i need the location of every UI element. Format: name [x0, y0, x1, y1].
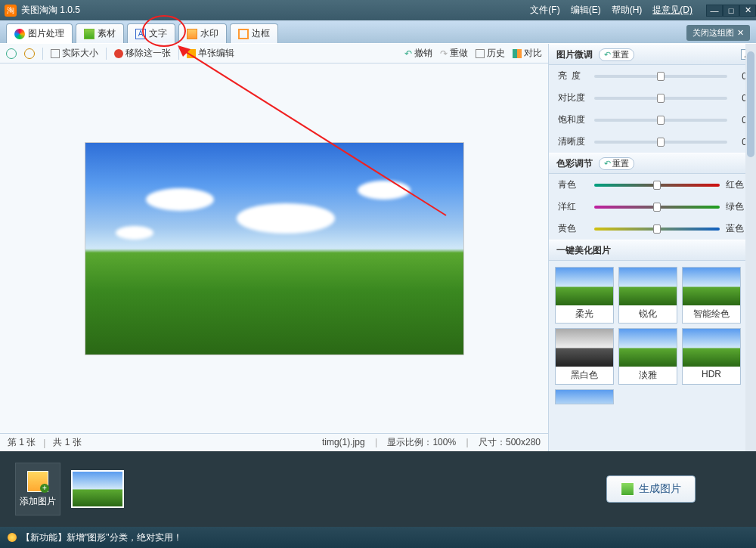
edit-icon	[187, 49, 196, 58]
tab-text[interactable]: A 文字	[127, 23, 175, 43]
tab-material[interactable]: 素材	[76, 23, 124, 43]
zoom-in-icon	[6, 48, 17, 59]
slider-track[interactable]	[594, 119, 727, 122]
slider-thumb[interactable]	[653, 203, 661, 212]
palette-icon	[14, 29, 25, 39]
color-left-label: 洋红	[558, 200, 588, 213]
minimize-button[interactable]: —	[706, 5, 723, 17]
canvas-statusbar: 第 1 张 | 共 1 张 timg(1).jpg | 显示比例：100% | …	[0, 433, 548, 451]
scrollbar-thumb[interactable]	[747, 51, 754, 157]
tab-watermark[interactable]: 水印	[178, 23, 227, 43]
single-edit-button[interactable]: 单张编辑	[187, 47, 234, 60]
filter-item[interactable]	[555, 389, 614, 404]
add-image-label: 添加图片	[20, 495, 56, 508]
filter-thumb	[683, 268, 740, 305]
watermark-icon	[187, 29, 197, 39]
slider-label: 对比度	[558, 91, 588, 104]
undo-button[interactable]: ↶撤销	[404, 47, 432, 60]
add-image-button[interactable]: 添加图片	[15, 463, 60, 515]
tab-border[interactable]: 边框	[230, 23, 278, 43]
main-area: 实际大小 移除这一张 单张编辑 ↶撤销 ↷重做 历史 对比 第 1 张 | 共	[0, 43, 756, 451]
close-button[interactable]: ✕	[739, 5, 756, 17]
color-slider-row: 青色 红色	[549, 174, 756, 196]
tip-icon	[8, 533, 17, 542]
bottom-bar: 添加图片 生成图片	[0, 451, 756, 527]
slider-row: 清晰度 0	[549, 131, 756, 153]
slider-row: 饱和度 0	[549, 109, 756, 131]
actual-size-button[interactable]: 实际大小	[51, 47, 98, 60]
separator	[178, 48, 179, 60]
slider-thumb[interactable]	[657, 94, 665, 103]
menu-file[interactable]: 文件(F)	[530, 4, 559, 17]
filter-label: 智能绘色	[683, 305, 740, 323]
filter-item[interactable]: HDR	[682, 328, 741, 385]
filter-thumb	[683, 329, 740, 367]
close-icon: ✕	[737, 28, 744, 38]
tab-bar: 图片处理 素材 A 文字 水印 边框 关闭这组图 ✕	[0, 20, 756, 43]
page-total: 共 1 张	[53, 436, 81, 449]
close-tab-group-button[interactable]: 关闭这组图 ✕	[686, 25, 750, 41]
color-slider-track[interactable]	[594, 228, 720, 231]
filter-label: 黑白色	[556, 367, 613, 384]
zoom-in-button[interactable]	[6, 48, 17, 59]
separator	[42, 48, 43, 60]
filter-thumb	[556, 329, 613, 367]
scrollbar[interactable]	[745, 44, 756, 451]
window-titlebar: 淘 美图淘淘 1.0.5 文件(F) 编辑(E) 帮助(H) 提意见(D) — …	[0, 0, 756, 20]
image-canvas[interactable]	[0, 63, 548, 433]
slider-thumb[interactable]	[657, 138, 665, 147]
color-adjust-reset-button[interactable]: ↶重置	[599, 157, 634, 170]
slider-track[interactable]	[594, 75, 727, 78]
filter-item[interactable]: 黑白色	[555, 328, 614, 385]
filter-item[interactable]: 淡雅	[618, 328, 677, 385]
text-icon: A	[135, 29, 146, 39]
app-logo-icon: 淘	[5, 5, 17, 17]
border-icon	[238, 29, 249, 39]
color-right-label: 绿色	[726, 200, 747, 213]
actual-size-icon	[51, 49, 60, 58]
tab-label: 图片处理	[28, 27, 64, 40]
color-adjust-header: 色彩调节 ↶重置 ▴	[549, 153, 756, 174]
redo-icon: ↷	[440, 48, 448, 59]
menu-feedback[interactable]: 提意见(D)	[652, 4, 692, 17]
remove-image-button[interactable]: 移除这一张	[114, 47, 171, 60]
remove-icon	[114, 49, 123, 58]
undo-icon: ↶	[404, 48, 412, 59]
slider-track[interactable]	[594, 141, 727, 144]
zoom-out-button[interactable]	[24, 48, 35, 59]
compare-button[interactable]: 对比	[513, 47, 542, 60]
color-slider-track[interactable]	[594, 184, 720, 187]
fine-tune-reset-button[interactable]: ↶重置	[599, 48, 634, 61]
filter-item[interactable]: 柔光	[555, 267, 614, 324]
redo-button[interactable]: ↷重做	[440, 47, 468, 60]
color-slider-track[interactable]	[594, 206, 720, 209]
history-button[interactable]: 历史	[476, 47, 505, 60]
slider-thumb[interactable]	[653, 181, 661, 190]
maximize-button[interactable]: □	[723, 5, 739, 17]
color-right-label: 红色	[726, 178, 747, 191]
thumbnail-item[interactable]	[71, 470, 124, 508]
size-label: 尺寸：500x280	[479, 437, 541, 447]
generate-button[interactable]: 生成图片	[606, 475, 696, 503]
zoom-label: 显示比例：100%	[387, 437, 456, 447]
generate-label: 生成图片	[639, 482, 681, 496]
tab-image-process[interactable]: 图片处理	[6, 23, 73, 43]
filter-item[interactable]: 锐化	[618, 267, 677, 324]
slider-track[interactable]	[594, 97, 727, 100]
slider-thumb[interactable]	[657, 116, 665, 125]
slider-label: 清晰度	[558, 135, 588, 148]
slider-thumb[interactable]	[657, 72, 665, 81]
generate-icon	[621, 482, 634, 496]
filter-item[interactable]: 智能绘色	[682, 267, 741, 324]
footer-tip: 【新功能】新增"图形"分类，绝对实用！	[21, 531, 182, 544]
zoom-out-icon	[24, 48, 35, 59]
menu-help[interactable]: 帮助(H)	[612, 4, 643, 17]
reset-icon: ↶	[604, 50, 611, 60]
app-title: 美图淘淘 1.0.5	[21, 4, 522, 17]
menu-edit[interactable]: 编辑(E)	[571, 4, 601, 17]
slider-thumb[interactable]	[653, 224, 661, 234]
beautify-header: 一键美化图片 ▴	[549, 240, 756, 261]
slider-row: 对比度 0	[549, 87, 756, 109]
color-right-label: 蓝色	[726, 222, 747, 235]
side-panel: 图片微调 ↶重置 ▴ 亮度 0对比度 0饱和度 0清晰度 0 色彩调节 ↶重置 …	[548, 44, 756, 451]
